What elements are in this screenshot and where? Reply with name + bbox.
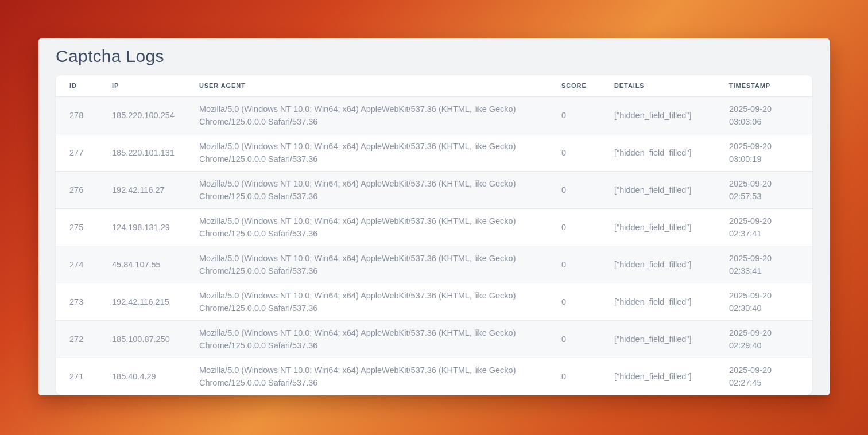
table-row: 278185.220.100.254Mozilla/5.0 (Windows N…	[56, 96, 812, 134]
cell-ip: 192.42.116.215	[98, 283, 185, 320]
cell-score: 0	[548, 283, 600, 320]
page-title: Captcha Logs	[56, 46, 812, 66]
column-header-user_agent: USER AGENT	[185, 75, 548, 96]
column-header-timestamp: TIMESTAMP	[715, 75, 812, 96]
cell-details: ["hidden_field_filled"]	[600, 208, 715, 246]
table-header-row: IDIPUSER AGENTSCOREDETAILSTIMESTAMP	[56, 75, 812, 96]
cell-timestamp: 2025-09-20 02:33:41	[715, 246, 812, 283]
cell-ip: 185.220.101.131	[98, 134, 185, 171]
cell-timestamp: 2025-09-20 03:03:06	[715, 96, 812, 134]
cell-id: 274	[56, 246, 98, 283]
table-row: 273192.42.116.215Mozilla/5.0 (Windows NT…	[56, 283, 812, 320]
cell-details: ["hidden_field_filled"]	[600, 283, 715, 320]
cell-score: 0	[548, 320, 600, 358]
cell-id: 276	[56, 171, 98, 208]
cell-id: 273	[56, 283, 98, 320]
table-row: 271185.40.4.29Mozilla/5.0 (Windows NT 10…	[56, 358, 812, 395]
captcha-logs-card: Captcha Logs IDIPUSER AGENTSCOREDETAILST…	[38, 38, 830, 395]
cell-details: ["hidden_field_filled"]	[600, 246, 715, 283]
cell-score: 0	[548, 246, 600, 283]
table-row: 272185.100.87.250Mozilla/5.0 (Windows NT…	[56, 320, 812, 358]
table-body: 278185.220.100.254Mozilla/5.0 (Windows N…	[56, 96, 812, 395]
cell-timestamp: 2025-09-20 03:00:19	[715, 134, 812, 171]
cell-user_agent: Mozilla/5.0 (Windows NT 10.0; Win64; x64…	[185, 96, 548, 134]
cell-details: ["hidden_field_filled"]	[600, 96, 715, 134]
cell-score: 0	[548, 358, 600, 395]
cell-timestamp: 2025-09-20 02:27:45	[715, 358, 812, 395]
cell-id: 271	[56, 358, 98, 395]
cell-ip: 124.198.131.29	[98, 208, 185, 246]
cell-ip: 45.84.107.55	[98, 246, 185, 283]
cell-timestamp: 2025-09-20 02:37:41	[715, 208, 812, 246]
cell-user_agent: Mozilla/5.0 (Windows NT 10.0; Win64; x64…	[185, 208, 548, 246]
cell-id: 272	[56, 320, 98, 358]
cell-user_agent: Mozilla/5.0 (Windows NT 10.0; Win64; x64…	[185, 320, 548, 358]
column-header-ip: IP	[98, 75, 185, 96]
cell-ip: 185.40.4.29	[98, 358, 185, 395]
cell-score: 0	[548, 96, 600, 134]
cell-user_agent: Mozilla/5.0 (Windows NT 10.0; Win64; x64…	[185, 134, 548, 171]
table-row: 277185.220.101.131Mozilla/5.0 (Windows N…	[56, 134, 812, 171]
cell-id: 277	[56, 134, 98, 171]
column-header-score: SCORE	[548, 75, 600, 96]
cell-user_agent: Mozilla/5.0 (Windows NT 10.0; Win64; x64…	[185, 283, 548, 320]
cell-details: ["hidden_field_filled"]	[600, 134, 715, 171]
table-row: 276192.42.116.27Mozilla/5.0 (Windows NT …	[56, 171, 812, 208]
table-row: 27445.84.107.55Mozilla/5.0 (Windows NT 1…	[56, 246, 812, 283]
cell-id: 278	[56, 96, 98, 134]
cell-timestamp: 2025-09-20 02:57:53	[715, 171, 812, 208]
cell-timestamp: 2025-09-20 02:30:40	[715, 283, 812, 320]
table-row: 275124.198.131.29Mozilla/5.0 (Windows NT…	[56, 208, 812, 246]
column-header-id: ID	[56, 75, 98, 96]
cell-user_agent: Mozilla/5.0 (Windows NT 10.0; Win64; x64…	[185, 171, 548, 208]
cell-details: ["hidden_field_filled"]	[600, 320, 715, 358]
cell-timestamp: 2025-09-20 02:29:40	[715, 320, 812, 358]
cell-ip: 185.100.87.250	[98, 320, 185, 358]
cell-user_agent: Mozilla/5.0 (Windows NT 10.0; Win64; x64…	[185, 246, 548, 283]
column-header-details: DETAILS	[600, 75, 715, 96]
logs-table: IDIPUSER AGENTSCOREDETAILSTIMESTAMP 2781…	[56, 75, 812, 395]
cell-score: 0	[548, 171, 600, 208]
table-header: IDIPUSER AGENTSCOREDETAILSTIMESTAMP	[56, 75, 812, 96]
cell-ip: 185.220.100.254	[98, 96, 185, 134]
cell-id: 275	[56, 208, 98, 246]
cell-details: ["hidden_field_filled"]	[600, 358, 715, 395]
cell-user_agent: Mozilla/5.0 (Windows NT 10.0; Win64; x64…	[185, 358, 548, 395]
cell-score: 0	[548, 208, 600, 246]
cell-details: ["hidden_field_filled"]	[600, 171, 715, 208]
cell-score: 0	[548, 134, 600, 171]
cell-ip: 192.42.116.27	[98, 171, 185, 208]
captcha-logs-table: IDIPUSER AGENTSCOREDETAILSTIMESTAMP 2781…	[56, 75, 812, 395]
